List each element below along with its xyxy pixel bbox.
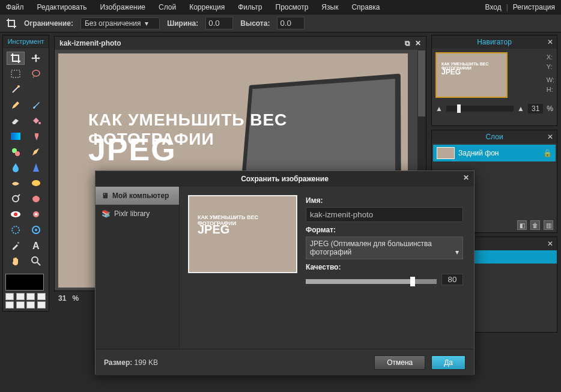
svg-point-7 [32, 180, 40, 186]
constraint-select[interactable]: Без ограничения ▾ [80, 17, 160, 29]
pinch-tool[interactable] [27, 223, 45, 237]
close-icon[interactable]: ✕ [415, 39, 421, 47]
menubar: Файл Редактировать Изображение Слой Корр… [0, 0, 561, 14]
close-icon[interactable]: ✕ [547, 240, 553, 248]
replace-tool[interactable] [7, 145, 25, 158]
navigator-title: Навигатор [477, 38, 512, 46]
close-icon[interactable]: ✕ [463, 173, 469, 182]
blur-tool[interactable] [7, 161, 25, 174]
zoom-tool[interactable] [27, 255, 45, 268]
picker-tool[interactable] [7, 239, 25, 252]
menu-file[interactable]: Файл [6, 3, 24, 11]
layer-settings-icon[interactable]: ◧ [517, 220, 527, 230]
computer-icon: 🖥 [102, 191, 109, 200]
menu-edit[interactable]: Редактировать [37, 3, 87, 11]
preview-text2: JPEG [198, 223, 229, 237]
svg-point-6 [15, 151, 20, 156]
close-icon[interactable]: ✕ [547, 38, 553, 46]
sidebar-item-label: Pixlr library [114, 210, 150, 218]
svg-point-8 [13, 196, 19, 202]
svg-point-1 [32, 70, 40, 76]
delete-layer-icon[interactable]: 🗑 [530, 220, 540, 230]
menu-view[interactable]: Просмотр [276, 3, 309, 11]
canvas-zoom-pct: % [72, 294, 79, 303]
name-input[interactable] [306, 207, 463, 222]
quality-label: Качество: [306, 263, 463, 271]
dialog-preview-image: КАК УМЕНЬШИТЬ ВЕС ФОТОГРАФИИ JPEG [188, 195, 297, 273]
svg-text:A: A [32, 241, 40, 250]
ok-button[interactable]: Да [431, 355, 465, 370]
navigator-info: X: Y: W: H: [544, 49, 557, 98]
crop-tool[interactable] [7, 52, 25, 65]
menu-language[interactable]: Язык [321, 3, 338, 11]
cancel-button[interactable]: Отмена [374, 355, 425, 370]
spacer [27, 83, 45, 96]
layer-label: Задний фон [458, 149, 499, 157]
marquee-tool[interactable] [7, 67, 25, 80]
sidebar-item-label: Мой компьютер [112, 191, 169, 200]
close-icon[interactable]: ✕ [547, 133, 553, 141]
menu-adjust[interactable]: Коррекция [189, 3, 225, 11]
separator: | [506, 3, 508, 11]
format-label: Формат: [306, 226, 463, 234]
foreground-color-swatch[interactable] [5, 274, 44, 291]
zoom-out-icon[interactable]: ▲ [435, 104, 443, 113]
navigator-zoom-pct: % [547, 104, 553, 113]
sharpen-tool[interactable] [27, 161, 45, 174]
clone-tool[interactable] [27, 130, 45, 143]
canvas-zoom-value: 31 [58, 294, 66, 303]
dialog-sidebar: 🖥 Мой компьютер 📚 Pixlr library [96, 187, 180, 349]
layer-menu-icon[interactable]: ▥ [544, 220, 553, 230]
gradient-tool[interactable] [7, 130, 25, 143]
width-input[interactable] [205, 17, 233, 29]
type-tool[interactable]: A [27, 239, 45, 252]
navigator-thumbnail[interactable]: КАК УМЕНЬШИТЬ ВЕС ФОТОГРАФИИ JPEG [435, 52, 508, 98]
zoom-in-icon[interactable]: ▲ [517, 104, 524, 113]
eraser-tool[interactable] [7, 114, 25, 127]
library-icon: 📚 [102, 210, 111, 218]
svg-point-3 [38, 122, 41, 124]
lasso-tool[interactable] [27, 67, 45, 80]
canvas-title: kak-izmenit-photo [59, 39, 121, 47]
size-label: Размер: 199 KB [104, 358, 254, 367]
navigator-zoom-value: 31 [528, 104, 543, 113]
format-select[interactable]: JPEG (Оптимален для большинства фотограф… [306, 237, 463, 259]
brush-tool[interactable] [27, 98, 45, 112]
burn-tool[interactable] [27, 192, 45, 205]
swatch-palette[interactable] [5, 293, 46, 309]
svg-point-15 [35, 229, 37, 231]
register-link[interactable]: Регистрация [513, 3, 555, 11]
redeye-tool[interactable] [7, 208, 25, 221]
smudge-tool[interactable] [7, 176, 25, 190]
bloat-tool[interactable] [7, 223, 25, 237]
quality-value[interactable] [441, 274, 463, 285]
menu-layer[interactable]: Слой [159, 3, 176, 11]
sidebar-item-mycomputer[interactable]: 🖥 Мой компьютер [96, 187, 179, 205]
dialog-title: Сохранить изображение [241, 175, 329, 183]
sponge-tool[interactable] [27, 176, 45, 190]
restore-icon[interactable]: ⧉ [405, 39, 410, 47]
menu-filter[interactable]: Фильтр [238, 3, 262, 11]
svg-point-18 [32, 257, 38, 263]
crop-icon [6, 18, 17, 29]
pencil-tool[interactable] [7, 98, 25, 112]
dodge-tool[interactable] [7, 192, 25, 205]
hand-tool[interactable] [7, 255, 25, 268]
lock-icon[interactable]: 🔒 [543, 149, 552, 157]
move-tool[interactable] [27, 52, 45, 65]
svg-rect-16 [17, 242, 19, 244]
bucket-tool[interactable] [27, 114, 45, 127]
login-link[interactable]: Вход [485, 3, 502, 11]
draw-tool[interactable] [27, 145, 45, 158]
wand-tool[interactable] [7, 83, 25, 96]
svg-point-10 [14, 213, 17, 216]
sidebar-item-pixlr[interactable]: 📚 Pixlr library [96, 205, 179, 223]
navigator-zoom-slider[interactable] [446, 106, 514, 112]
layer-row-background[interactable]: Задний фон 🔒 [433, 145, 556, 161]
menu-help[interactable]: Справка [351, 3, 380, 11]
menu-image[interactable]: Изображение [100, 3, 145, 11]
svg-point-2 [17, 85, 20, 88]
spot-tool[interactable] [27, 208, 45, 221]
height-input[interactable] [277, 17, 305, 29]
quality-slider[interactable] [306, 279, 437, 284]
